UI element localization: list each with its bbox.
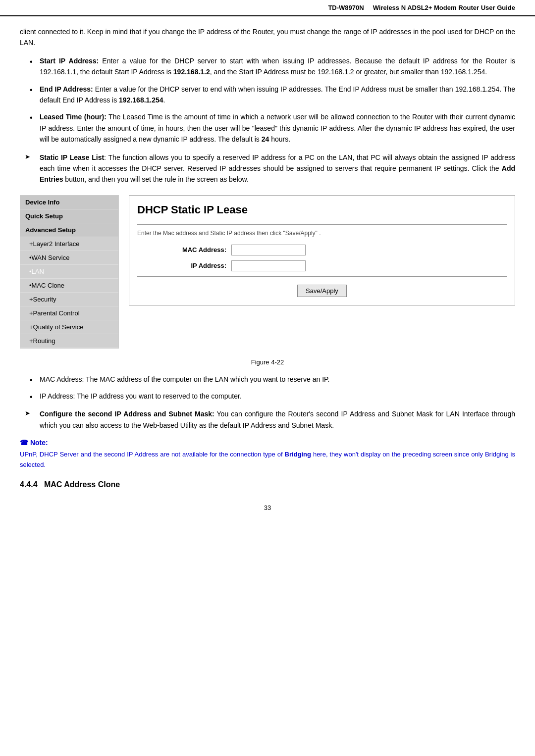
header-model: TD-W8970N [328, 4, 364, 11]
dhcp-instruction: Enter the Mac address and Static IP addr… [137, 230, 507, 237]
sidebar-item-wan-service[interactable]: •WAN Service [20, 251, 118, 265]
ip-address-input[interactable] [231, 260, 306, 271]
bullet-item-leased-time: Leased Time (hour): The Leased Time is t… [30, 111, 515, 145]
sidebar-item-parental-control[interactable]: +Parental Control [20, 306, 118, 320]
leased-time-value: 24 [262, 135, 269, 143]
arrow-item-configure-ip: Configure the second IP Address and Subn… [25, 408, 515, 431]
bullet-label-start-ip: Start IP Address: [40, 57, 99, 65]
ip-address-row: IP Address: [137, 260, 507, 271]
save-apply-button[interactable]: Save/Apply [297, 285, 347, 297]
end-ip-value: 192.168.1.254 [119, 96, 163, 104]
bullet-list: Start IP Address: Enter a value for the … [30, 55, 515, 145]
ip-address-label: IP Address: [167, 262, 226, 269]
mac-address-row: MAC Address: [137, 245, 507, 255]
arrow-item-static-ip-lease: Static IP Lease List: The function allow… [25, 152, 515, 185]
section-44-heading: 4.4.4 MAC Address Clone [20, 480, 515, 489]
after-bullet-ip-address: IP Address: The IP address you want to r… [30, 391, 515, 402]
configure-ip-label: Configure the second IP Address and Subn… [40, 410, 214, 418]
dhcp-divider-bottom [137, 276, 507, 277]
arrow-list: Static IP Lease List: The function allow… [25, 152, 515, 185]
main-content: client connected to it. Keep in mind tha… [0, 26, 535, 511]
sidebar-item-mac-clone[interactable]: •MAC Clone [20, 279, 118, 293]
note-bold-label: Note: [30, 439, 48, 447]
section-44-title: MAC Address Clone [44, 480, 120, 489]
sidebar-item-device-info[interactable]: Device Info [20, 196, 118, 209]
bullet-label-end-ip: End IP Address: [40, 85, 93, 93]
page-wrapper: TD-W8970N Wireless N ADSL2+ Modem Router… [0, 0, 535, 511]
intro-paragraph: client connected to it. Keep in mind tha… [20, 26, 515, 49]
bullet-label-leased-time: Leased Time (hour): [40, 113, 107, 121]
note-bridging-bold: Bridging [285, 451, 311, 458]
sidebar-item-layer2-interface[interactable]: +Layer2 Interface [20, 237, 118, 251]
mac-address-label: MAC Address: [167, 246, 226, 253]
bullet-item-start-ip: Start IP Address: Enter a value for the … [30, 55, 515, 78]
note-phone-icon: ☎ [20, 439, 28, 447]
dhcp-button-row: Save/Apply [137, 285, 507, 297]
sidebar-item-lan[interactable]: •LAN [20, 265, 118, 279]
sidebar-item-security[interactable]: +Security [20, 293, 118, 306]
dhcp-divider-top [137, 224, 507, 225]
arrow-list-2: Configure the second IP Address and Subn… [25, 408, 515, 431]
sidebar-item-qos[interactable]: +Quality of Service [20, 320, 118, 334]
start-ip-value: 192.168.1.2 [173, 68, 210, 76]
figure-caption: Figure 4-22 [20, 358, 515, 366]
header-guide-title: Wireless N ADSL2+ Modem Router User Guid… [373, 4, 515, 11]
mac-address-input[interactable] [231, 245, 306, 255]
dhcp-panel: DHCP Static IP Lease Enter the Mac addre… [129, 195, 515, 305]
sidebar-nav: Device Info Quick Setup Advanced Setup +… [20, 195, 119, 349]
sidebar-item-quick-setup[interactable]: Quick Setup [20, 209, 118, 223]
figure-container: Device Info Quick Setup Advanced Setup +… [20, 195, 515, 349]
dhcp-panel-title: DHCP Static IP Lease [137, 203, 507, 216]
static-ip-lease-label: Static IP Lease List [40, 153, 104, 161]
note-text: UPnP, DHCP Server and the second IP Addr… [20, 450, 515, 470]
note-label: ☎ Note: [20, 439, 515, 447]
add-entries-label: Add Entries [40, 164, 515, 183]
page-header: TD-W8970N Wireless N ADSL2+ Modem Router… [0, 0, 535, 16]
sidebar-item-advanced-setup[interactable]: Advanced Setup [20, 223, 118, 237]
after-bullet-mac-address: MAC Address: The MAC address of the comp… [30, 374, 515, 385]
section-44-number: 4.4.4 [20, 480, 38, 489]
after-figure-bullet-list: MAC Address: The MAC address of the comp… [30, 374, 515, 402]
header-title: TD-W8970N Wireless N ADSL2+ Modem Router… [328, 4, 515, 11]
bullet-item-end-ip: End IP Address: Enter a value for the DH… [30, 84, 515, 106]
sidebar-item-routing[interactable]: +Routing [20, 334, 118, 348]
page-number: 33 [20, 504, 515, 511]
note-section: ☎ Note: UPnP, DHCP Server and the second… [20, 439, 515, 470]
